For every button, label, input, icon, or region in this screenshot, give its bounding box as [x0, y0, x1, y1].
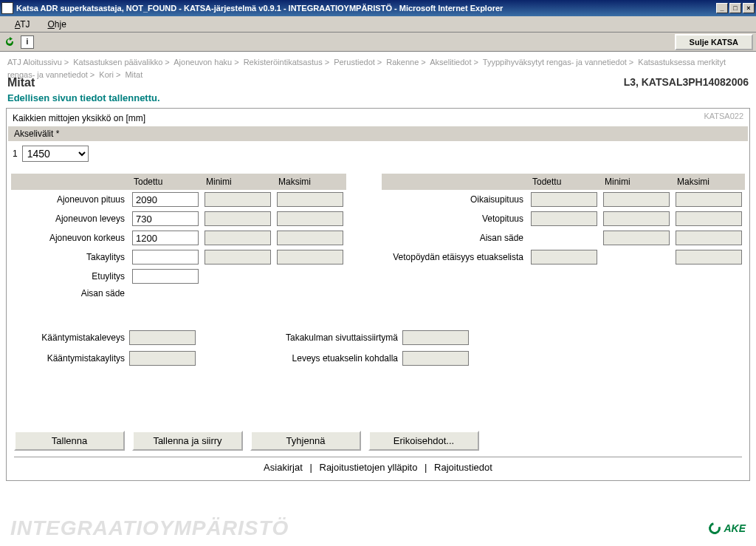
refresh-icon[interactable] [3, 35, 16, 49]
crumb-9[interactable]: Kori [99, 70, 114, 79]
close-katsa-button[interactable]: Sulje KATSA [675, 34, 753, 50]
bottom-links: Asiakirjat | Rajoitustietojen ylläpito |… [14, 457, 742, 473]
crumb-6[interactable]: Akselitiedot [430, 58, 471, 66]
korkeus-todettu[interactable] [132, 231, 199, 245]
axle-select[interactable]: 1450 [22, 146, 89, 162]
minimize-button[interactable]: _ [716, 3, 728, 13]
vehicle-id: L3, KATSAL3PH14082006 [624, 76, 749, 89]
takakulma-siirtyma [402, 330, 469, 345]
panel-id: KATSA022 [704, 112, 743, 120]
pituus-max [277, 192, 343, 207]
takaylitys-max [277, 250, 343, 265]
menu-ohje[interactable]: Ohje [38, 18, 75, 31]
takaylitys-todettu[interactable] [132, 250, 199, 265]
window-titlebar: Katsa ADR superkatsastaja, NOT_FOUND - K… [0, 0, 756, 16]
axle-section-header: Akselivälit * [8, 126, 748, 141]
crumb-7[interactable]: Tyyppihyväksytyt rengas- ja vannetiedot [483, 58, 627, 66]
korkeus-min [205, 231, 271, 245]
crumb-3[interactable]: Rekisteröintikatsastus [244, 58, 323, 66]
crumb-0[interactable]: ATJ Aloitussivu [7, 58, 62, 66]
crumb-1[interactable]: Katsastuksen päävalikko [73, 58, 162, 66]
kaant-leveys [129, 330, 196, 345]
col-todettu: Todettu [129, 174, 202, 190]
leveys-max [277, 211, 343, 226]
axle-index: 1 [13, 149, 18, 159]
link-asiakirjat[interactable]: Asiakirjat [264, 462, 303, 473]
leveys-todettu[interactable] [132, 211, 199, 226]
korkeus-max [277, 231, 343, 245]
ake-logo: AKE [709, 522, 746, 534]
app-icon [1, 2, 13, 14]
leveys-min [205, 211, 271, 226]
kaant-ylitys [129, 351, 196, 366]
close-window-button[interactable]: × [743, 3, 755, 13]
crumb-10: Mitat [125, 70, 142, 79]
col-maksimi: Maksimi [274, 174, 346, 190]
special-conditions-button[interactable]: Erikoisehdot... [368, 431, 479, 451]
crumb-4[interactable]: Perustiedot [334, 58, 375, 66]
info-icon[interactable]: i [21, 35, 34, 49]
vetopoyta-t [531, 250, 597, 265]
environment-label: INTEGRAATIOYMPÄRISTÖ [10, 516, 289, 540]
window-title: Katsa ADR superkatsastaja, NOT_FOUND - K… [16, 4, 715, 13]
pituus-min [205, 192, 271, 207]
link-rajoitus-yllapito[interactable]: Rajoitustietojen ylläpito [320, 462, 418, 473]
crumb-5[interactable]: Rakenne [386, 58, 419, 66]
menu-atj[interactable]: ATJ [6, 18, 38, 31]
col-minimi: Minimi [202, 174, 274, 190]
oikaisupituus-t [531, 192, 597, 207]
menu-bar: ATJ Ohje [0, 16, 756, 33]
save-button[interactable]: Tallenna [14, 431, 125, 451]
clear-button[interactable]: Tyhjennä [250, 431, 361, 451]
maximize-button[interactable]: □ [729, 3, 741, 13]
left-measurements-table: Todettu Minimi Maksimi Ajoneuvon pituus … [11, 174, 346, 301]
crumb-2[interactable]: Ajoneuvon haku [173, 58, 232, 66]
takaylitys-min [205, 250, 271, 265]
saved-message: Edellisen sivun tiedot tallennettu. [0, 89, 756, 106]
page-title: Mitat [7, 76, 35, 89]
link-rajoitustiedot[interactable]: Rajoitustiedot [434, 462, 492, 473]
toolbar: i Sulje KATSA [0, 33, 756, 52]
content-panel: KATSA022 Kaikkien mittojen yksikkö on [m… [6, 108, 750, 481]
footer: INTEGRAATIOYMPÄRISTÖ AKE [0, 511, 756, 546]
leveys-etuakseli [402, 351, 469, 366]
vetopituus-t [531, 211, 597, 226]
ake-ring-icon [707, 520, 724, 536]
pituus-todettu[interactable] [132, 192, 199, 207]
etuylitys-todettu[interactable] [132, 269, 199, 284]
unit-note: Kaikkien mittojen yksikkö on [mm] [7, 109, 749, 126]
right-measurements-table: Todettu Minimi Maksimi Oikaisupituus Vet… [382, 174, 745, 267]
save-and-move-button[interactable]: Tallenna ja siirry [132, 431, 243, 451]
